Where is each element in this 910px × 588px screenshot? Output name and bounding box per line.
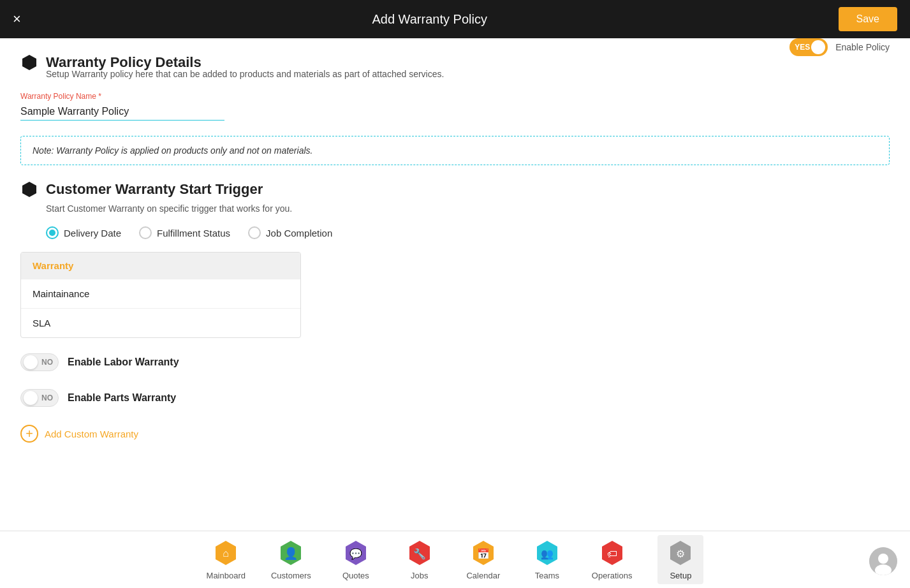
trigger-title: Customer Warranty Start Trigger [46,181,263,198]
labor-warranty-row: NO Enable Labor Warranty [20,353,890,371]
jobs-icon: 🔧 [406,539,434,567]
svg-marker-1 [22,182,36,197]
close-button[interactable]: × [13,11,21,27]
calendar-label: Calendar [466,571,500,580]
bottom-nav: ⌂ Mainboard 👤 Customers 💬 Quotes 🔧 Jobs … [0,531,910,588]
enable-policy-toggle[interactable]: YES [789,38,828,56]
svg-text:👥: 👥 [541,548,554,560]
labor-toggle-label: NO [41,358,53,367]
radio-delivery-date-circle [46,226,59,239]
radio-job-circle [248,226,261,239]
customers-label: Customers [271,571,311,580]
svg-point-19 [878,554,888,564]
warranty-policy-name-field: Warranty Policy Name * [20,92,890,121]
mainboard-icon: ⌂ [212,539,240,567]
page-title: Add Warranty Policy [372,12,487,27]
nav-customers[interactable]: 👤 Customers [271,539,311,580]
toggle-knob [811,40,825,54]
mainboard-label: Mainboard [207,571,246,580]
svg-text:⌂: ⌂ [223,548,229,559]
save-button[interactable]: Save [839,7,897,31]
trigger-icon [20,180,38,198]
field-label: Warranty Policy Name * [20,92,890,101]
nav-operations[interactable]: 🏷 Operations [592,539,633,580]
svg-text:📅: 📅 [477,548,490,560]
radio-delivery-date-label: Delivery Date [64,228,121,239]
parts-warranty-row: NO Enable Parts Warranty [20,389,890,407]
teams-label: Teams [535,571,559,580]
radio-fulfillment-circle [139,226,152,239]
radio-job-label: Job Completion [266,228,332,239]
parts-toggle-knob [24,391,38,405]
nav-mainboard[interactable]: ⌂ Mainboard [207,539,246,580]
calendar-icon: 📅 [469,539,497,567]
warranty-details-icon [20,54,38,71]
dropdown-header: Warranty [21,253,300,279]
svg-text:👤: 👤 [284,547,298,561]
customers-icon: 👤 [277,539,305,567]
main-content: Warranty Policy Details YES Enable Polic… [0,38,910,531]
labor-warranty-label: Enable Labor Warranty [68,356,179,368]
setup-label: Setup [670,571,691,580]
nav-setup[interactable]: ⚙ Setup [657,535,703,584]
warranty-policy-name-input[interactable] [20,103,224,121]
setup-icon: ⚙ [666,539,694,567]
svg-text:🏷: 🏷 [607,548,617,559]
radio-job-completion[interactable]: Job Completion [248,226,332,239]
nav-calendar[interactable]: 📅 Calendar [464,539,503,580]
quotes-icon: 💬 [342,539,370,567]
app-header: × Add Warranty Policy Save [0,0,910,38]
teams-icon: 👥 [533,539,561,567]
user-avatar[interactable] [869,547,897,575]
trigger-radio-group: Delivery Date Fulfillment Status Job Com… [46,226,890,239]
note-text: Note: Warranty Policy is applied on prod… [33,145,312,156]
nav-jobs[interactable]: 🔧 Jobs [400,539,439,580]
labor-warranty-toggle[interactable]: NO [20,353,59,371]
dropdown-item-sla[interactable]: SLA [21,308,300,337]
parts-warranty-toggle[interactable]: NO [20,389,59,407]
parts-toggle-label: NO [41,393,53,402]
warranty-type-dropdown: Warranty Maintainance SLA [20,252,301,338]
enable-policy-row: YES Enable Policy [20,38,890,56]
add-custom-icon: + [20,425,38,443]
required-marker: * [96,92,101,101]
operations-icon: 🏷 [598,539,626,567]
dropdown-item-maintainance[interactable]: Maintainance [21,279,300,308]
add-custom-warranty[interactable]: + Add Custom Warranty [20,425,890,443]
svg-marker-0 [22,55,36,70]
parts-warranty-label: Enable Parts Warranty [68,392,176,404]
quotes-label: Quotes [342,571,369,580]
svg-text:⚙: ⚙ [676,548,685,559]
svg-text:🔧: 🔧 [413,548,426,560]
nav-quotes[interactable]: 💬 Quotes [337,539,375,580]
enable-policy-label: Enable Policy [835,42,890,52]
trigger-desc: Start Customer Warranty on specific trig… [46,203,890,214]
trigger-section-header: Customer Warranty Start Trigger [20,180,890,198]
labor-toggle-knob [24,355,38,369]
warranty-details-desc: Setup Warranty policy here that can be a… [46,69,890,79]
jobs-label: Jobs [411,571,428,580]
nav-teams[interactable]: 👥 Teams [528,539,566,580]
operations-label: Operations [592,571,633,580]
add-custom-label: Add Custom Warranty [45,429,138,439]
toggle-yes-label: YES [795,43,810,52]
svg-text:💬: 💬 [349,548,362,560]
radio-fulfillment-label: Fulfillment Status [157,228,230,239]
note-box: Note: Warranty Policy is applied on prod… [20,136,890,165]
radio-fulfillment-status[interactable]: Fulfillment Status [139,226,230,239]
radio-delivery-date[interactable]: Delivery Date [46,226,121,239]
